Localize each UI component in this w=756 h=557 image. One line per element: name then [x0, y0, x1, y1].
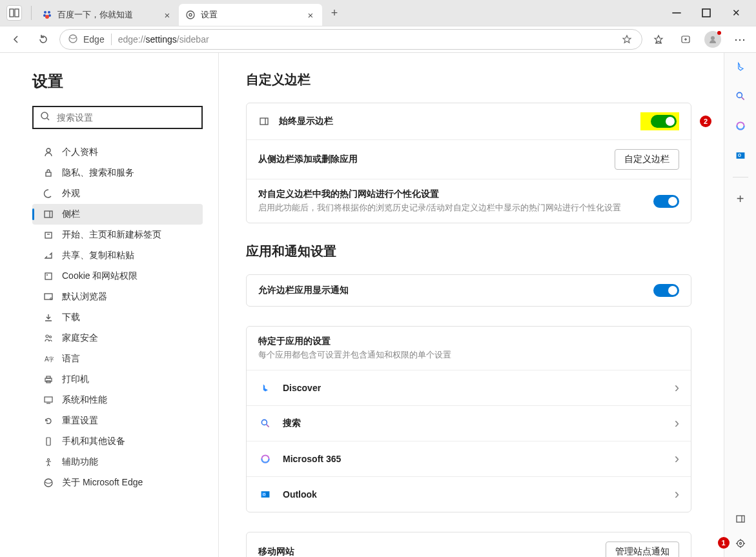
bing-chat-icon[interactable] — [732, 58, 749, 75]
svg-rect-1 — [15, 9, 19, 17]
new-tab-button[interactable]: + — [325, 3, 344, 23]
svg-point-26 — [46, 274, 48, 276]
svg-rect-21 — [45, 211, 52, 218]
refresh-button[interactable] — [32, 28, 54, 50]
svg-text:字: 字 — [48, 356, 54, 363]
nav-phone[interactable]: 手机和其他设备 — [32, 431, 203, 452]
sidebar-collapse-icon[interactable] — [732, 511, 749, 527]
row-add-remove-apps: 从侧边栏添加或删除应用 自定义边栏 — [247, 140, 691, 179]
nav-start[interactable]: 开始、主页和新建标签页 — [32, 225, 203, 245]
favorites-button[interactable] — [648, 28, 669, 50]
svg-rect-27 — [45, 294, 52, 299]
nav-language[interactable]: A字语言 — [32, 349, 203, 369]
always-show-toggle[interactable] — [651, 115, 677, 128]
window-close-button[interactable]: ✕ — [721, 3, 751, 23]
search-sidebar-icon[interactable] — [732, 88, 749, 105]
address-bar[interactable]: Edge edge://settings/sidebar — [59, 29, 642, 50]
nav-downloads[interactable]: 下载 — [32, 307, 203, 328]
customize-sidebar-button[interactable]: 自定义边栏 — [615, 149, 679, 170]
sidebar-icon — [43, 208, 54, 220]
app-row-discover[interactable]: Discover — [247, 370, 691, 406]
share-icon — [43, 250, 54, 261]
person-icon — [43, 147, 54, 158]
always-show-toggle-highlight — [640, 112, 679, 130]
svg-point-17 — [41, 112, 48, 119]
svg-point-19 — [46, 148, 50, 152]
divider — [31, 6, 32, 20]
section-apps-notifications: 应用和通知设置 — [246, 243, 691, 260]
tab-grid-icon — [9, 8, 19, 18]
sidebar-add-button[interactable]: + — [732, 190, 749, 207]
nav-accessibility[interactable]: 辅助功能 — [32, 452, 203, 472]
svg-rect-10 — [702, 9, 710, 17]
row-sublabel: 每个应用都包含可设置并包含通知和权限的单个设置 — [258, 350, 679, 361]
sidebar-settings-icon[interactable]: 1 — [732, 535, 749, 552]
settings-search-input[interactable] — [57, 112, 195, 123]
row-personalize: 对自定义边栏中我的热门网站进行个性化设置 启用此功能后，我们将根据你的浏览历史记… — [247, 179, 691, 223]
m365-icon — [258, 452, 272, 466]
nav-family[interactable]: 家庭安全 — [32, 328, 203, 349]
collections-button[interactable] — [675, 28, 697, 50]
gear-icon — [185, 10, 196, 20]
m365-sidebar-icon[interactable] — [732, 117, 749, 134]
browser-tab-baidu[interactable]: 百度一下，你就知道 × — [36, 4, 179, 26]
nav-printer[interactable]: 打印机 — [32, 369, 203, 390]
row-label: 对自定义边栏中我的热门网站进行个性化设置 — [258, 188, 653, 200]
nav-reset[interactable]: 重置设置 — [32, 410, 203, 431]
search-icon — [258, 416, 272, 430]
row-label: 特定于应用的设置 — [258, 336, 679, 347]
browser-toolbar: Edge edge://settings/sidebar ⋯ — [0, 26, 756, 53]
window-minimize-button[interactable] — [662, 3, 691, 23]
svg-point-43 — [261, 420, 267, 425]
outlook-sidebar-icon[interactable]: O — [732, 147, 749, 164]
more-menu-button[interactable]: ⋯ — [729, 28, 751, 50]
tab-close-button[interactable]: × — [162, 10, 172, 21]
profile-button[interactable] — [702, 28, 724, 50]
nav-privacy[interactable]: 隐私、搜索和服务 — [32, 163, 203, 183]
notifications-toggle[interactable] — [653, 284, 679, 297]
nav-about[interactable]: 关于 Microsoft Edge — [32, 472, 203, 493]
nav-default-browser[interactable]: 默认浏览器 — [32, 287, 203, 307]
back-button[interactable] — [5, 28, 27, 50]
svg-point-39 — [48, 459, 50, 461]
svg-rect-38 — [46, 438, 50, 445]
svg-point-7 — [187, 11, 194, 19]
svg-point-16 — [711, 36, 715, 40]
browser-icon — [43, 291, 54, 303]
settings-search — [32, 106, 203, 129]
palette-icon — [43, 188, 54, 199]
window-maximize-button[interactable] — [691, 3, 721, 23]
svg-rect-20 — [46, 172, 51, 176]
svg-rect-56 — [737, 516, 744, 522]
svg-point-30 — [50, 336, 52, 338]
app-row-m365[interactable]: Microsoft 365 — [247, 441, 691, 477]
tab-close-button[interactable]: × — [305, 10, 316, 21]
svg-point-8 — [189, 14, 192, 16]
mobile-sites-card: 移动网站 管理站点通知 — [246, 532, 691, 557]
star-favorite-button[interactable] — [616, 28, 638, 50]
nav-profile[interactable]: 个人资料 — [32, 142, 203, 163]
nav-cookies[interactable]: Cookie 和网站权限 — [32, 266, 203, 287]
tab-label: 百度一下，你就知道 — [57, 10, 162, 21]
app-row-search[interactable]: 搜索 — [247, 406, 691, 441]
browser-tab-settings[interactable]: 设置 × — [179, 4, 322, 26]
edge-logo-icon — [43, 477, 54, 489]
reset-icon — [43, 415, 54, 427]
svg-text:O: O — [263, 492, 266, 496]
titlebar: 百度一下，你就知道 × 设置 × + ✕ — [0, 0, 756, 26]
svg-point-50 — [737, 92, 742, 97]
personalize-toggle[interactable] — [653, 195, 679, 208]
nav-sidebar[interactable]: 侧栏 — [32, 204, 203, 225]
cookie-icon — [43, 270, 54, 282]
app-row-outlook[interactable]: O Outlook — [247, 477, 691, 512]
manage-site-notifications-button[interactable]: 管理站点通知 — [606, 542, 679, 557]
nav-appearance[interactable]: 外观 — [32, 183, 203, 204]
svg-rect-41 — [260, 118, 268, 125]
system-icon — [43, 394, 54, 406]
nav-system[interactable]: 系统和性能 — [32, 390, 203, 410]
row-sublabel: 启用此功能后，我们将根据你的浏览历史记录/活动对自定义边栏中显示的热门网站进行个… — [258, 203, 653, 214]
settings-content: 自定义边栏 始终显示边栏 2 从侧边栏添加或删除应用 自定义边栏 对自定义边栏 — [219, 53, 724, 557]
svg-line-51 — [741, 97, 744, 100]
nav-share[interactable]: 共享、复制和粘贴 — [32, 245, 203, 266]
tab-actions-button[interactable] — [6, 5, 22, 21]
